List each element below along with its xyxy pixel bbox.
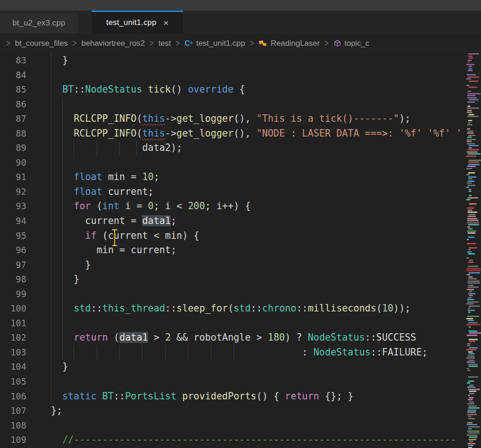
- indent-guide: [51, 185, 51, 199]
- minimap-line: [467, 137, 472, 138]
- line-number[interactable]: 87: [0, 112, 31, 126]
- code-line-87[interactable]: 87 RCLCPP_INFO(this->get_logger(), "This…: [0, 112, 481, 126]
- indent-guide: [62, 126, 63, 141]
- code-line-85[interactable]: 85 BT::NodeStatus tick() override {: [0, 82, 481, 97]
- breadcrumb-item-bt_course_files[interactable]: bt_course_files: [15, 39, 68, 48]
- line-number[interactable]: 99: [0, 287, 31, 302]
- minimap-line: [468, 253, 475, 255]
- line-number[interactable]: 102: [0, 330, 31, 345]
- minimap-line: [469, 332, 481, 334]
- minimap-line: [467, 116, 479, 117]
- line-number[interactable]: 95: [0, 229, 31, 243]
- indent-guide: [62, 345, 63, 360]
- code-line-90[interactable]: 90: [0, 156, 481, 170]
- breadcrumb-item-test_unit1.cpp[interactable]: C+test_unit1.cpp: [185, 39, 245, 48]
- code-line-96[interactable]: 96 min = current;: [0, 243, 481, 258]
- line-number[interactable]: 103: [0, 345, 31, 360]
- line-number[interactable]: 86: [0, 97, 31, 112]
- code-line-99[interactable]: 99: [0, 287, 481, 302]
- minimap-line: [468, 320, 475, 321]
- indent-guide: [62, 199, 63, 214]
- code-line-88[interactable]: 88 RCLCPP_INFO(this->get_logger(), "NODE…: [0, 126, 481, 141]
- line-number[interactable]: 106: [0, 389, 31, 404]
- code-line-105[interactable]: 105: [0, 374, 481, 389]
- line-number[interactable]: 83: [0, 53, 31, 68]
- code-line-94[interactable]: 94 current = data1;: [0, 214, 481, 229]
- code-line-83[interactable]: 83 }: [0, 53, 481, 68]
- code-line-104[interactable]: 104 }: [0, 360, 481, 374]
- line-number[interactable]: 98: [0, 272, 31, 287]
- line-number[interactable]: 101: [0, 316, 31, 331]
- code-line-107[interactable]: 107};: [0, 404, 481, 418]
- indent-guide: [62, 243, 63, 258]
- minimap-line: [466, 349, 476, 350]
- code-line-97[interactable]: 97 }: [0, 258, 481, 273]
- line-number[interactable]: 84: [0, 68, 31, 83]
- line-number[interactable]: 105: [0, 374, 31, 389]
- minimap-line: [469, 393, 475, 394]
- minimap-line: [468, 376, 478, 378]
- code-text: [51, 68, 481, 83]
- code-line-91[interactable]: 91 float min = 10;: [0, 170, 481, 185]
- line-number[interactable]: 96: [0, 243, 31, 258]
- minimap-line: [468, 91, 471, 92]
- line-number[interactable]: 108: [0, 418, 31, 433]
- code-line-103[interactable]: 103 : NodeStatus::FAILURE;: [0, 345, 481, 360]
- minimap-line: [468, 399, 473, 400]
- code-text: [51, 418, 481, 433]
- minimap-line: [469, 391, 476, 392]
- tab-bt_u2_ex3[interactable]: bt_u2_ex3.cpp: [0, 13, 78, 33]
- minimap-line: [469, 385, 474, 386]
- indent-guide: [119, 345, 120, 360]
- indent-guide: [51, 330, 51, 345]
- minimap-line: [469, 68, 472, 69]
- code-line-100[interactable]: 100 std::this_thread::sleep_for(std::chr…: [0, 301, 481, 316]
- minimap-line: [469, 426, 480, 428]
- line-number[interactable]: 89: [0, 141, 31, 156]
- line-number[interactable]: 107: [0, 404, 31, 418]
- code-text: data2);: [51, 141, 481, 156]
- line-number[interactable]: 100: [0, 301, 31, 316]
- breadcrumb-item-ReadingLaser[interactable]: ReadingLaser: [259, 39, 320, 48]
- code-line-92[interactable]: 92 float current;: [0, 185, 481, 199]
- code-line-84[interactable]: 84: [0, 68, 481, 83]
- code-line-109[interactable]: 109 //----------------------------------…: [0, 433, 481, 448]
- line-number[interactable]: 92: [0, 185, 31, 199]
- code-line-86[interactable]: 86: [0, 97, 481, 112]
- minimap-line: [469, 339, 478, 340]
- minimap-line: [468, 56, 473, 57]
- minimap-line: [466, 187, 469, 188]
- code-line-95[interactable]: 95 if (current < min) {: [0, 229, 481, 243]
- line-number[interactable]: 91: [0, 170, 31, 185]
- minimap-line: [467, 382, 471, 384]
- line-number[interactable]: 85: [0, 82, 31, 97]
- code-line-101[interactable]: 101: [0, 316, 481, 331]
- line-number[interactable]: 88: [0, 126, 31, 141]
- minimap-line: [468, 370, 470, 371]
- breadcrumb-item-topic_c[interactable]: topic_c: [333, 39, 370, 48]
- line-number[interactable]: 93: [0, 199, 31, 214]
- code-line-108[interactable]: 108: [0, 418, 481, 433]
- minimap-line: [466, 257, 469, 259]
- line-number[interactable]: 94: [0, 214, 31, 229]
- breadcrumb-item-test[interactable]: test: [158, 39, 171, 48]
- code-line-106[interactable]: 106 static BT::PortsList providedPorts()…: [0, 389, 481, 404]
- line-number[interactable]: 109: [0, 433, 31, 448]
- code-line-93[interactable]: 93 for (int i = 0; i < 200; i++) {: [0, 199, 481, 214]
- minimap-line: [467, 368, 469, 369]
- title-bar: [0, 0, 481, 11]
- minimap-line: [468, 351, 473, 353]
- line-number[interactable]: 97: [0, 258, 31, 273]
- code-line-102[interactable]: 102 return (data1 > 2 && robotAngle > 18…: [0, 330, 481, 345]
- minimap-line: [467, 301, 479, 303]
- minimap-line: [469, 291, 472, 292]
- code-editor[interactable]: 83 }8485 BT::NodeStatus tick() override …: [0, 53, 481, 448]
- line-number[interactable]: 90: [0, 156, 31, 170]
- breadcrumb-item-behaviortree_ros2[interactable]: behaviortree_ros2: [81, 39, 145, 48]
- tab-test_unit1[interactable]: test_unit1.cpp ×: [92, 11, 183, 33]
- line-number[interactable]: 104: [0, 360, 31, 374]
- code-line-89[interactable]: 89 data2);: [0, 141, 481, 156]
- close-icon[interactable]: ×: [163, 19, 168, 27]
- minimap[interactable]: [466, 53, 481, 448]
- code-line-98[interactable]: 98 }: [0, 272, 481, 287]
